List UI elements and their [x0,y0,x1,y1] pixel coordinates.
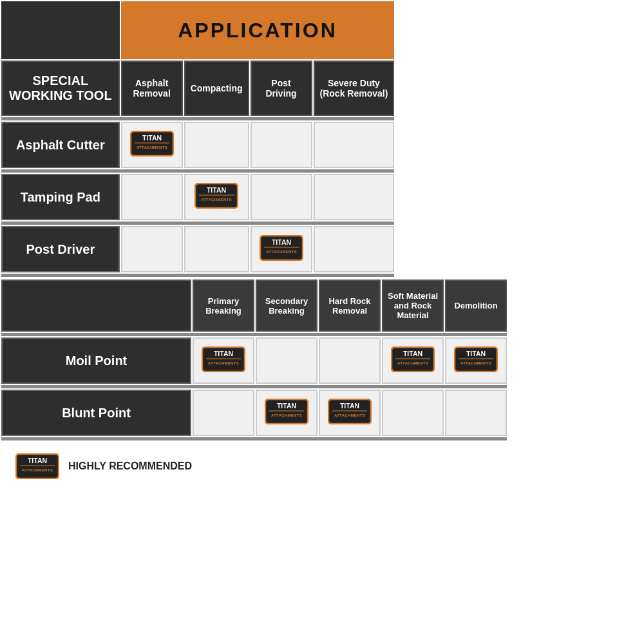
cell-bp-sm [382,390,444,436]
tool-asphalt-cutter: Asphalt Cutter [1,122,120,168]
titan-logo-icon: TITAN ATTACHMENTS [265,399,308,424]
titan-logo-icon: TITAN ATTACHMENTS [202,346,245,372]
cell-pd-sd [314,226,395,272]
divider-breaking [1,333,507,336]
cell-ac-sd [314,122,395,168]
svg-text:TITAN: TITAN [142,134,162,142]
tool-tamping-pad: Tamping Pad [1,174,120,220]
titan-logo-icon: TITAN ATTACHMENTS [260,235,303,261]
cell-mp-sm: TITAN ATTACHMENTS [382,337,444,384]
svg-text:TITAN: TITAN [28,457,47,464]
col-secondary-breaking: SecondaryBreaking [256,279,317,332]
cell-ac-comp [184,122,249,168]
titan-logo-icon: TITAN ATTACHMENTS [194,183,238,209]
titan-logo-icon: TITAN ATTACHMENTS [130,131,174,156]
cell-bp-hrr: TITAN ATTACHMENTS [319,390,381,436]
bottom-section: PrimaryBreaking SecondaryBreaking Hard R… [0,278,644,492]
col-hard-rock-removal: Hard RockRemoval [319,279,381,332]
legend-titan-icon: TITAN ATTACHMENTS [15,453,59,479]
row-blunt-point: Blunt Point TITAN ATTACHMENTS TITAN [1,390,507,436]
svg-text:TITAN: TITAN [466,350,486,357]
application-header: APPLICATION [121,1,395,59]
cell-tp-sd [314,174,395,220]
main-wrapper: APPLICATION SPECIALWORKING TOOL AsphaltR… [0,0,644,492]
tool-moil-point: Moil Point [1,337,191,384]
titan-logo-icon: TITAN ATTACHMENTS [391,346,435,372]
svg-text:ATTACHMENTS: ATTACHMENTS [334,413,365,417]
divider-3 [1,222,394,225]
svg-text:TITAN: TITAN [271,238,290,246]
legend-cell: TITAN ATTACHMENTS HIGHLY RECOMMENDED [1,442,507,491]
row-tamping-pad: Tamping Pad TITAN ATTACHMENTS [1,174,394,220]
tool-post-driver: Post Driver [1,226,120,272]
svg-text:ATTACHMENTS: ATTACHMENTS [137,146,167,149]
application-header-row: APPLICATION [1,1,394,59]
divider-4 [1,274,394,277]
cell-tp-pd [251,174,312,220]
col-soft-material: Soft Materialand RockMaterial [382,279,444,332]
legend-container: TITAN ATTACHMENTS HIGHLY RECOMMENDED [15,453,493,479]
svg-text:ATTACHMENTS: ATTACHMENTS [201,198,232,202]
cell-mp-pb: TITAN ATTACHMENTS [193,337,254,384]
svg-text:ATTACHMENTS: ATTACHMENTS [271,413,302,417]
cell-mp-demo: TITAN ATTACHMENTS [445,337,507,384]
top-left-blank [1,1,120,59]
col-primary-breaking: PrimaryBreaking [193,279,254,332]
titan-logo-icon: TITAN ATTACHMENTS [328,399,372,424]
divider-5 [1,385,507,388]
col-compacting: Compacting [184,61,249,116]
row-post-driver: Post Driver TITAN ATTACHMENTS [1,226,394,272]
svg-text:ATTACHMENTS: ATTACHMENTS [460,361,491,365]
svg-text:TITAN: TITAN [403,350,422,357]
titan-logo-icon: TITAN ATTACHMENTS [454,346,498,372]
column-headers: SPECIALWORKING TOOL AsphaltRemoval Compa… [1,61,394,116]
special-working-tool-label: SPECIALWORKING TOOL [1,61,120,116]
breaking-header-row: PrimaryBreaking SecondaryBreaking Hard R… [1,279,507,332]
cell-pd-ar [121,226,183,272]
cell-tp-comp: TITAN ATTACHMENTS [184,174,249,220]
col-demolition: Demolition [445,279,507,332]
legend-row: TITAN ATTACHMENTS HIGHLY RECOMMENDED [1,442,507,491]
cell-pd-pd: TITAN ATTACHMENTS [251,226,312,272]
col-severe-duty: Severe Duty(Rock Removal) [314,61,395,116]
col-asphalt-removal: AsphaltRemoval [121,61,183,116]
svg-text:TITAN: TITAN [214,350,233,357]
divider-6 [1,437,507,440]
svg-text:ATTACHMENTS: ATTACHMENTS [397,361,428,365]
svg-text:TITAN: TITAN [207,186,226,194]
cell-mp-hrr [319,337,381,384]
top-section: APPLICATION SPECIALWORKING TOOL AsphaltR… [0,0,644,278]
cell-ac-pd [251,122,312,168]
svg-text:TITAN: TITAN [340,402,359,410]
row-asphalt-cutter: Asphalt Cutter TITAN ATTACHMENTS [1,122,394,168]
breaking-left-blank [1,279,191,332]
cell-mp-sb [256,337,317,384]
divider-top [1,117,394,120]
col-post-driving: PostDriving [251,61,312,116]
highly-recommended-label: HIGHLY RECOMMENDED [68,460,192,472]
svg-text:TITAN: TITAN [277,402,296,410]
cell-bp-demo [445,390,507,436]
bottom-table: PrimaryBreaking SecondaryBreaking Hard R… [0,278,508,492]
top-table: APPLICATION SPECIALWORKING TOOL AsphaltR… [0,0,395,278]
row-moil-point: Moil Point TITAN ATTACHMENTS TITAN [1,337,507,384]
cell-ac-ar: TITAN ATTACHMENTS [121,122,183,168]
divider-2 [1,169,394,173]
cell-bp-pb [193,390,254,436]
cell-pd-comp [184,226,249,272]
svg-text:ATTACHMENTS: ATTACHMENTS [22,468,53,472]
svg-text:ATTACHMENTS: ATTACHMENTS [265,250,296,254]
cell-bp-sb: TITAN ATTACHMENTS [256,390,317,436]
cell-tp-ar [121,174,183,220]
tool-blunt-point: Blunt Point [1,390,191,436]
svg-text:ATTACHMENTS: ATTACHMENTS [208,361,239,365]
